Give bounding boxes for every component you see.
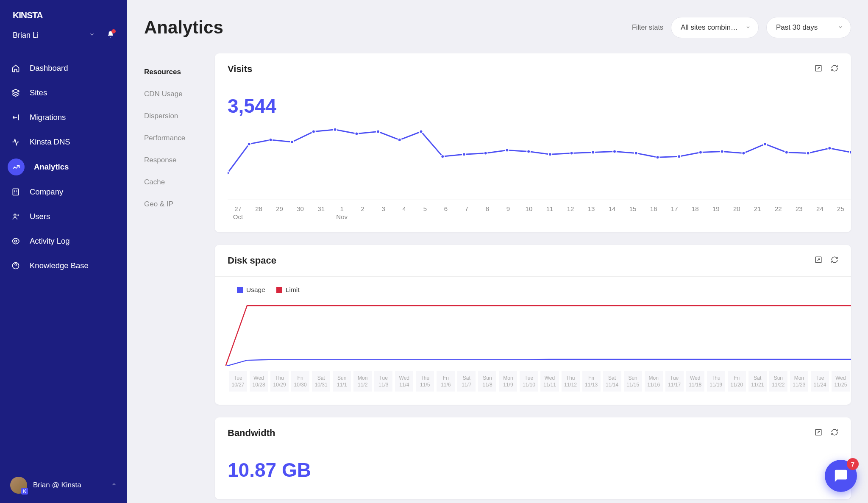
- svg-point-3: [15, 240, 17, 242]
- analytics-subnav: ResourcesCDN UsageDispersionPerformanceR…: [144, 53, 201, 499]
- axis-tick: Sat11/14: [602, 370, 623, 393]
- range-select[interactable]: Past 30 days: [766, 17, 851, 38]
- nav-migrations[interactable]: Migrations: [0, 105, 127, 130]
- svg-point-33: [807, 151, 810, 155]
- migrations-icon: [11, 113, 20, 122]
- users-icon: [11, 212, 20, 221]
- axis-tick: Wed10/28: [248, 370, 269, 393]
- legend-usage: Usage: [246, 286, 265, 294]
- visits-total: 3,544: [228, 94, 851, 123]
- axis-tick: Sat10/31: [311, 370, 331, 393]
- visits-chart: [228, 123, 851, 198]
- axis-tick: 1Nov: [331, 200, 352, 220]
- axis-tick: Sun11/1: [331, 370, 352, 393]
- expand-icon[interactable]: [815, 64, 822, 74]
- nav-sites[interactable]: Sites: [0, 81, 127, 105]
- sidebar: KINSTA Brian Li DashboardSitesMigrations…: [0, 0, 127, 503]
- axis-tick: Tue11/24: [810, 370, 830, 393]
- refresh-icon[interactable]: [831, 428, 838, 438]
- axis-tick: 12: [560, 200, 581, 220]
- axis-tick: 3: [373, 200, 394, 220]
- nav-analytics[interactable]: Analytics: [0, 154, 127, 180]
- knowledge-icon: [11, 261, 20, 270]
- svg-point-11: [334, 128, 337, 131]
- svg-point-27: [677, 155, 681, 158]
- primary-nav: DashboardSitesMigrationsKinsta DNSAnalyt…: [0, 52, 127, 467]
- svg-rect-1: [13, 189, 18, 195]
- nav-knowledge[interactable]: Knowledge Base: [0, 253, 127, 278]
- axis-tick: Mon11/16: [643, 370, 664, 393]
- axis-tick: 18: [685, 200, 706, 220]
- subnav-cache[interactable]: Cache: [144, 171, 201, 193]
- nav-activity-log[interactable]: Activity Log: [0, 229, 127, 253]
- axis-tick: Mon11/2: [352, 370, 373, 393]
- svg-point-34: [828, 147, 831, 150]
- svg-point-21: [548, 153, 552, 156]
- subnav-performance[interactable]: Performance: [144, 127, 201, 149]
- axis-tick: Tue11/10: [518, 370, 539, 393]
- visits-axis: 27Oct282930311Nov23456789101112131415161…: [228, 200, 851, 220]
- site-select[interactable]: All sites combin…: [671, 17, 759, 38]
- range-select-value: Past 30 days: [776, 23, 818, 32]
- svg-point-16: [441, 155, 444, 158]
- notifications-icon[interactable]: [107, 31, 114, 40]
- nav-company[interactable]: Company: [0, 180, 127, 204]
- legend-limit: Limit: [286, 286, 300, 294]
- nav-label: Migrations: [30, 113, 66, 122]
- axis-tick: 14: [602, 200, 623, 220]
- axis-tick: Tue10/27: [228, 370, 248, 393]
- axis-tick: Sun11/8: [477, 370, 498, 393]
- chat-button[interactable]: 7: [825, 460, 857, 492]
- svg-point-13: [376, 130, 380, 133]
- axis-tick: Wed11/4: [394, 370, 415, 393]
- svg-point-6: [228, 171, 229, 175]
- visits-title: Visits: [228, 64, 252, 75]
- main-content: Analytics Filter stats All sites combin……: [127, 0, 868, 503]
- notification-dot: [111, 29, 116, 33]
- axis-tick: Fri11/13: [581, 370, 602, 393]
- axis-tick: 23: [789, 200, 810, 220]
- subnav-response[interactable]: Response: [144, 149, 201, 171]
- axis-tick: Sun11/22: [768, 370, 789, 393]
- site-select-value: All sites combin…: [681, 23, 738, 32]
- axis-tick: Wed11/18: [685, 370, 706, 393]
- kinsta-dns-icon: [11, 137, 20, 147]
- axis-tick: 28: [248, 200, 269, 220]
- user-name: Brian Li: [13, 31, 39, 40]
- svg-point-15: [420, 130, 423, 133]
- bandwidth-title: Bandwidth: [228, 428, 275, 439]
- svg-point-2: [14, 214, 16, 216]
- subnav-resources[interactable]: Resources: [144, 61, 201, 83]
- expand-icon[interactable]: [815, 256, 822, 265]
- svg-point-32: [785, 150, 788, 154]
- chat-count: 7: [847, 458, 859, 470]
- axis-tick: 19: [706, 200, 726, 220]
- sites-icon: [11, 88, 20, 97]
- subnav-geo-ip[interactable]: Geo & IP: [144, 193, 201, 215]
- nav-label: Company: [30, 187, 63, 197]
- svg-point-18: [484, 151, 487, 155]
- filter-label: Filter stats: [632, 24, 663, 31]
- subnav-cdn-usage[interactable]: CDN Usage: [144, 83, 201, 105]
- company-icon: [11, 187, 20, 197]
- chevron-down-icon: [746, 23, 751, 32]
- subnav-dispersion[interactable]: Dispersion: [144, 105, 201, 127]
- nav-label: Activity Log: [30, 236, 70, 246]
- nav-users[interactable]: Users: [0, 204, 127, 229]
- axis-tick: Fri11/6: [435, 370, 456, 393]
- svg-point-20: [527, 150, 530, 153]
- expand-icon[interactable]: [815, 428, 822, 438]
- refresh-icon[interactable]: [831, 256, 838, 265]
- axis-tick: 8: [477, 200, 498, 220]
- nav-kinsta-dns[interactable]: Kinsta DNS: [0, 130, 127, 154]
- user-switcher[interactable]: Brian Li: [0, 31, 127, 52]
- refresh-icon[interactable]: [831, 64, 838, 74]
- axis-tick: Fri11/20: [726, 370, 747, 393]
- disk-chart: [225, 300, 851, 367]
- filters: Filter stats All sites combin… Past 30 d…: [632, 17, 851, 38]
- chevron-down-icon: [838, 23, 843, 32]
- team-switcher[interactable]: K Brian @ Kinsta: [0, 467, 127, 503]
- axis-tick: 11: [539, 200, 560, 220]
- axis-tick: 20: [726, 200, 747, 220]
- nav-dashboard[interactable]: Dashboard: [0, 56, 127, 81]
